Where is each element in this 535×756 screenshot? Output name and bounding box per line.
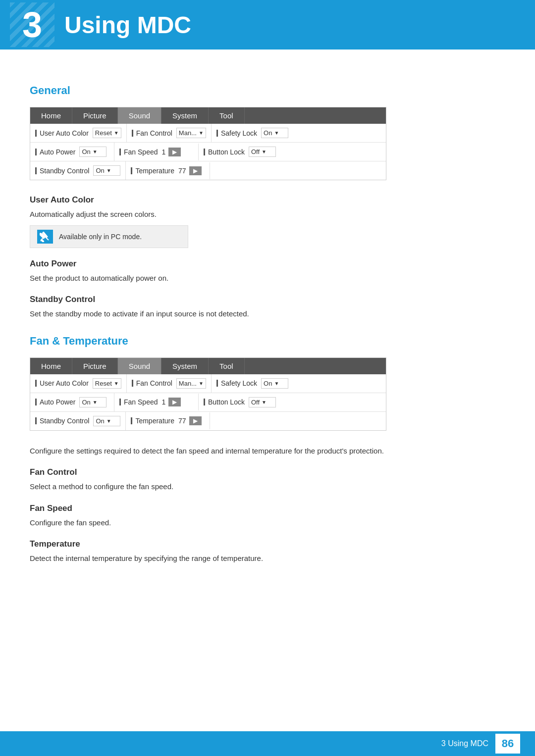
label-bar bbox=[35, 380, 37, 387]
tab-sound-1[interactable]: Sound bbox=[118, 107, 161, 124]
safety-lock-label: Safety Lock bbox=[221, 129, 257, 137]
footer-label: 3 Using MDC bbox=[441, 739, 488, 748]
dropdown-arrow: ▼ bbox=[274, 130, 279, 136]
ft-auto-power-label: Auto Power bbox=[40, 398, 75, 406]
fan-control-label: Fan Control bbox=[136, 129, 172, 137]
ft-auto-power-value: On bbox=[82, 399, 90, 406]
tab-tool-1[interactable]: Tool bbox=[209, 107, 245, 124]
tab-home-2[interactable]: Home bbox=[30, 358, 72, 374]
col-user-auto-color: User Auto Color Reset ▼ bbox=[30, 124, 127, 142]
note-icon bbox=[37, 230, 53, 244]
ft-safety-lock-value: On bbox=[264, 380, 272, 387]
dropdown-arrow: ▼ bbox=[199, 381, 204, 386]
tab-system-1[interactable]: System bbox=[161, 107, 209, 124]
user-auto-color-value: Reset bbox=[95, 129, 112, 137]
button-lock-label: Button Lock bbox=[208, 148, 245, 156]
user-auto-color-dropdown[interactable]: Reset ▼ bbox=[93, 128, 121, 138]
label-bar bbox=[216, 130, 218, 137]
fan-temp-configure-text: Configure the settings required to detec… bbox=[30, 446, 505, 457]
tab-system-2[interactable]: System bbox=[161, 358, 209, 374]
col-standby-control: Standby Control On ▼ bbox=[30, 161, 126, 180]
label-bar bbox=[132, 130, 133, 137]
standby-control-dropdown[interactable]: On ▼ bbox=[93, 165, 120, 176]
ft-col-temperature: Temperature 77 ▶ bbox=[126, 412, 210, 429]
standby-control-label: Standby Control bbox=[40, 167, 89, 175]
ft-auto-power-dropdown[interactable]: On ▼ bbox=[79, 397, 107, 407]
label-bar bbox=[204, 399, 205, 405]
fan-control-dropdown[interactable]: Man... ▼ bbox=[176, 128, 206, 138]
tab-home-1[interactable]: Home bbox=[30, 107, 72, 124]
ft-col-button-lock: Button Lock Off ▼ bbox=[199, 393, 283, 411]
fan-speed-body: Configure the fan speed. bbox=[30, 517, 505, 529]
ft-button-lock-dropdown[interactable]: Off ▼ bbox=[249, 397, 276, 407]
pencil-icon bbox=[40, 231, 51, 242]
fan-temp-panel-body: User Auto Color Reset ▼ Fan Control Man.… bbox=[30, 374, 386, 430]
ft-fan-control-dropdown[interactable]: Man... ▼ bbox=[176, 378, 206, 389]
fan-control-body: Select a method to configure the fan spe… bbox=[30, 481, 505, 493]
ft-button-lock-value: Off bbox=[251, 399, 260, 406]
auto-power-body: Set the product to automatically power o… bbox=[30, 273, 505, 284]
user-auto-color-label: User Auto Color bbox=[40, 129, 89, 137]
label-bar bbox=[35, 130, 37, 137]
user-auto-color-body: Automatically adjust the screen colors. bbox=[30, 209, 505, 220]
label-bar bbox=[119, 149, 121, 155]
tab-tool-2[interactable]: Tool bbox=[209, 358, 245, 374]
safety-lock-value: On bbox=[264, 129, 272, 137]
col-temperature: Temperature 77 ▶ bbox=[126, 162, 210, 179]
dropdown-arrow: ▼ bbox=[93, 400, 98, 405]
ft-safety-lock-label: Safety Lock bbox=[221, 379, 257, 387]
col-auto-power: Auto Power On ▼ bbox=[30, 143, 114, 161]
standby-control-heading: Standby Control bbox=[30, 295, 505, 304]
ft-button-lock-label: Button Lock bbox=[208, 398, 245, 406]
label-bar bbox=[35, 167, 37, 174]
temperature-heading: Temperature bbox=[30, 539, 505, 549]
temperature-arrow-btn[interactable]: ▶ bbox=[189, 166, 202, 175]
panel-row-3: Standby Control On ▼ Temperature 77 ▶ bbox=[30, 161, 386, 180]
label-bar bbox=[132, 380, 133, 387]
ft-fan-speed-arrow-btn[interactable]: ▶ bbox=[168, 398, 181, 406]
general-panel-body: User Auto Color Reset ▼ Fan Control Man.… bbox=[30, 124, 386, 180]
auto-power-label: Auto Power bbox=[40, 148, 75, 156]
ft-temperature-arrow-btn[interactable]: ▶ bbox=[189, 416, 202, 425]
ft-user-auto-color-label: User Auto Color bbox=[40, 379, 89, 387]
temperature-label: Temperature bbox=[135, 167, 174, 175]
panel-row-1: User Auto Color Reset ▼ Fan Control Man.… bbox=[30, 124, 386, 143]
button-lock-value: Off bbox=[251, 148, 260, 155]
ft-safety-lock-dropdown[interactable]: On ▼ bbox=[261, 378, 288, 389]
safety-lock-dropdown[interactable]: On ▼ bbox=[261, 128, 288, 138]
main-content: General Home Picture Sound System Tool U… bbox=[0, 50, 535, 589]
label-bar bbox=[119, 399, 121, 405]
fan-temp-panel: Home Picture Sound System Tool User Auto… bbox=[30, 357, 386, 431]
footer-page-number: 86 bbox=[495, 734, 520, 754]
fan-speed-arrow-btn[interactable]: ▶ bbox=[168, 148, 181, 156]
col-fan-speed: Fan Speed 1 ▶ bbox=[114, 144, 199, 160]
fan-temp-panel-tabs: Home Picture Sound System Tool bbox=[30, 358, 386, 374]
tab-picture-2[interactable]: Picture bbox=[72, 358, 118, 374]
dropdown-arrow: ▼ bbox=[93, 149, 98, 154]
ft-fan-speed-label: Fan Speed bbox=[124, 398, 158, 406]
ft-panel-row-2: Auto Power On ▼ Fan Speed 1 ▶ Button Loc… bbox=[30, 393, 386, 412]
ft-temperature-value: 77 bbox=[178, 417, 186, 425]
ft-standby-control-value: On bbox=[96, 417, 104, 425]
chapter-number: 3 bbox=[22, 4, 42, 45]
auto-power-dropdown[interactable]: On ▼ bbox=[79, 147, 107, 157]
ft-user-auto-color-dropdown[interactable]: Reset ▼ bbox=[93, 378, 121, 389]
fan-temp-section-title: Fan & Temperature bbox=[30, 335, 505, 348]
ft-standby-control-dropdown[interactable]: On ▼ bbox=[93, 416, 120, 426]
general-panel-tabs: Home Picture Sound System Tool bbox=[30, 107, 386, 124]
fan-speed-label: Fan Speed bbox=[124, 148, 158, 156]
dropdown-arrow: ▼ bbox=[114, 130, 119, 136]
col-button-lock: Button Lock Off ▼ bbox=[199, 143, 283, 161]
col-safety-lock: Safety Lock On ▼ bbox=[212, 124, 296, 142]
ft-fan-control-value: Man... bbox=[179, 380, 197, 387]
temperature-value: 77 bbox=[178, 167, 186, 175]
button-lock-dropdown[interactable]: Off ▼ bbox=[249, 147, 276, 157]
temperature-body: Detect the internal temperature by speci… bbox=[30, 553, 505, 564]
col-fan-control: Fan Control Man... ▼ bbox=[127, 124, 212, 142]
tab-sound-2[interactable]: Sound bbox=[118, 358, 161, 374]
note-text: Available only in PC mode. bbox=[59, 233, 142, 241]
standby-control-value: On bbox=[96, 167, 104, 174]
ft-col-user-auto-color: User Auto Color Reset ▼ bbox=[30, 374, 127, 393]
page-header: 3 Using MDC bbox=[0, 0, 535, 50]
tab-picture-1[interactable]: Picture bbox=[72, 107, 118, 124]
